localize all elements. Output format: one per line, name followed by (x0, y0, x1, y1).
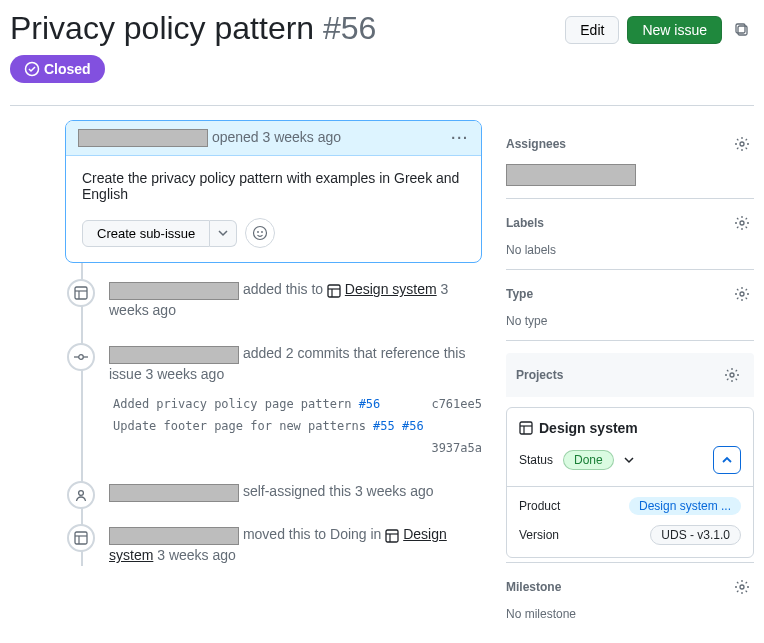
comment-body: Create the privacy policy pattern with e… (66, 156, 481, 216)
version-pill[interactable]: UDS - v3.1.0 (650, 525, 741, 545)
milestone-settings-button[interactable] (730, 575, 754, 599)
table-icon (519, 421, 533, 435)
projects-settings-button[interactable] (720, 363, 744, 387)
gear-icon (724, 367, 740, 383)
chevron-down-icon[interactable] (624, 455, 634, 465)
actor-redacted (109, 484, 239, 502)
project-name[interactable]: Design system (539, 420, 638, 436)
person-icon (67, 481, 95, 509)
svg-point-29 (740, 585, 744, 589)
milestone-value: No milestone (506, 607, 754, 621)
type-settings-button[interactable] (730, 282, 754, 306)
commit-sha[interactable]: 3937a5a (431, 441, 482, 455)
svg-rect-16 (75, 532, 87, 544)
title-text: Privacy policy pattern (10, 10, 314, 46)
type-label: Type (506, 287, 533, 301)
labels-settings-button[interactable] (730, 211, 754, 235)
gear-icon (734, 136, 750, 152)
add-reaction-button[interactable] (245, 218, 275, 248)
edit-button[interactable]: Edit (565, 16, 619, 44)
check-circle-icon (24, 61, 40, 77)
version-label: Version (519, 528, 559, 542)
svg-rect-6 (75, 287, 87, 299)
svg-point-23 (740, 221, 744, 225)
svg-rect-26 (520, 422, 532, 434)
gear-icon (734, 286, 750, 302)
tl-text: moved this to Doing in (243, 526, 385, 542)
status-pill[interactable]: Done (563, 450, 614, 470)
commit-sha[interactable]: c761ee5 (431, 397, 482, 411)
new-issue-button[interactable]: New issue (627, 16, 722, 44)
comment-menu-button[interactable]: ··· (451, 130, 469, 146)
assignees-label: Assignees (506, 137, 566, 151)
product-pill[interactable]: Design system ... (629, 497, 741, 515)
svg-rect-1 (738, 26, 747, 35)
commit-row: Added privacy policy page pattern #56 c7… (113, 393, 482, 415)
collapse-button[interactable] (713, 446, 741, 474)
chevron-up-icon (721, 454, 733, 466)
author-redacted (78, 129, 208, 147)
tl-text: added this to (243, 281, 327, 297)
timeline-item: moved this to Doing in Design system 3 w… (81, 524, 482, 566)
table-icon (67, 279, 95, 307)
opened-text: opened 3 weeks ago (212, 129, 341, 145)
timeline-item: added 2 commits that reference this issu… (81, 343, 482, 459)
project-link[interactable]: Design system (345, 281, 437, 297)
issue-number: #56 (323, 10, 376, 46)
svg-point-25 (730, 373, 734, 377)
table-icon (67, 524, 95, 552)
projects-label: Projects (516, 368, 563, 382)
svg-point-24 (740, 292, 744, 296)
actor-redacted (109, 282, 239, 300)
commit-icon (67, 343, 95, 371)
product-label: Product (519, 499, 560, 513)
svg-point-12 (79, 355, 84, 360)
create-sub-issue-button[interactable]: Create sub-issue (82, 220, 210, 247)
divider (10, 105, 754, 106)
type-value: No type (506, 314, 754, 328)
issue-comment: opened 3 weeks ago ··· Create the privac… (65, 120, 482, 263)
copy-link-button[interactable] (730, 18, 754, 42)
labels-value: No labels (506, 243, 754, 257)
issue-ref[interactable]: #56 (402, 419, 424, 433)
status-badge: Closed (10, 55, 105, 83)
svg-point-5 (261, 231, 263, 233)
commit-msg: Update footer page for new patterns (113, 419, 373, 433)
tl-time: 3 weeks ago (157, 547, 236, 563)
timeline-item: self-assigned this 3 weeks ago (81, 481, 482, 502)
actor-redacted (109, 346, 239, 364)
create-sub-issue-dropdown[interactable] (210, 220, 237, 247)
actor-redacted (109, 527, 239, 545)
svg-point-15 (79, 491, 84, 496)
status-label: Status (519, 453, 553, 467)
issue-title: Privacy policy pattern #56 (10, 10, 376, 47)
gear-icon (734, 579, 750, 595)
assignees-settings-button[interactable] (730, 132, 754, 156)
timeline-item: added this to Design system 3 weeks ago (81, 279, 482, 321)
svg-point-4 (257, 231, 259, 233)
status-text: Closed (44, 61, 91, 77)
svg-rect-19 (386, 530, 398, 542)
issue-ref[interactable]: #55 (373, 419, 395, 433)
table-icon (327, 284, 341, 298)
commit-row: Update footer page for new patterns #55 … (113, 415, 482, 437)
labels-label: Labels (506, 216, 544, 230)
gear-icon (734, 215, 750, 231)
table-icon (385, 529, 399, 543)
assignee-redacted[interactable] (506, 164, 636, 186)
tl-text: self-assigned this 3 weeks ago (243, 483, 434, 499)
smiley-icon (252, 225, 268, 241)
svg-point-22 (740, 142, 744, 146)
chevron-down-icon (218, 228, 228, 238)
commit-msg: Added privacy policy page pattern (113, 397, 359, 411)
svg-point-3 (254, 227, 267, 240)
milestone-label: Milestone (506, 580, 561, 594)
copy-icon (734, 22, 750, 38)
project-card: Design system Status Done (506, 407, 754, 558)
svg-rect-9 (328, 285, 340, 297)
issue-ref[interactable]: #56 (359, 397, 381, 411)
